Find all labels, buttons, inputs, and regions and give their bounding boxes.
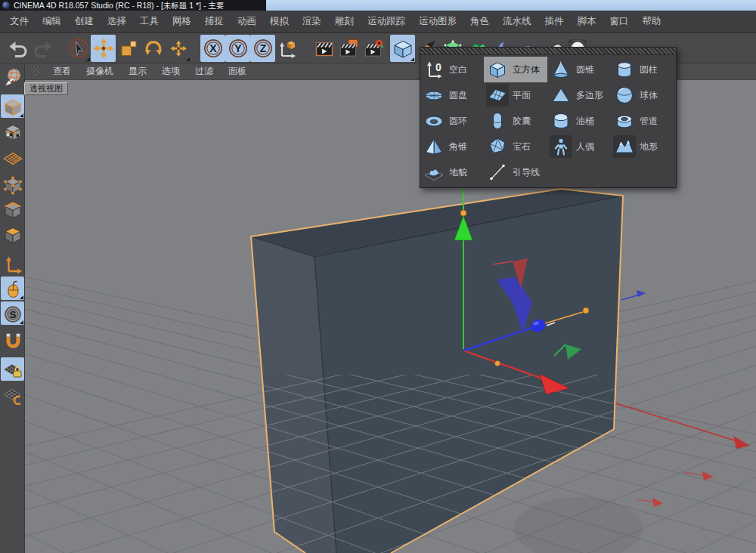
primitive-label: 多边形 bbox=[576, 89, 603, 102]
lock-workplane-button[interactable] bbox=[1, 357, 24, 381]
menu-item-12[interactable]: 运动图形 bbox=[412, 15, 463, 28]
primitive-polygon[interactable]: 多边形 bbox=[547, 82, 611, 108]
viewport-menu-item-2[interactable]: 显示 bbox=[121, 65, 154, 78]
lock-x-axis-button[interactable]: X bbox=[200, 35, 225, 62]
primitive-relief[interactable]: 地貌 bbox=[420, 159, 484, 185]
lock-z-axis-button[interactable]: Z bbox=[250, 35, 275, 62]
sphere-icon bbox=[613, 84, 636, 107]
menu-item-3[interactable]: 选择 bbox=[101, 15, 133, 28]
menu-item-7[interactable]: 动画 bbox=[231, 15, 263, 28]
render-to-picture-viewer-button[interactable] bbox=[336, 35, 361, 62]
workplane-grid-mode-button[interactable] bbox=[1, 382, 24, 406]
primitive-cylinder[interactable]: 圆柱 bbox=[611, 57, 674, 82]
menu-item-13[interactable]: 角色 bbox=[463, 15, 496, 28]
viewport-menu-item-5[interactable]: 面板 bbox=[221, 65, 254, 78]
viewport-menu-item-0[interactable]: 查看 bbox=[45, 65, 79, 78]
menu-item-15[interactable]: 插件 bbox=[538, 15, 571, 28]
texture-mode-button[interactable] bbox=[1, 119, 24, 143]
primitive-null[interactable]: 0空白 bbox=[420, 57, 484, 82]
menu-item-16[interactable]: 脚本 bbox=[571, 15, 603, 28]
menu-item-17[interactable]: 窗口 bbox=[603, 15, 636, 28]
make-editable-button[interactable] bbox=[1, 65, 24, 88]
cylinder-icon bbox=[613, 58, 636, 81]
add-cube-primitive-button[interactable] bbox=[390, 35, 415, 62]
render-settings-button[interactable] bbox=[361, 35, 386, 62]
gem-icon bbox=[486, 135, 509, 158]
menu-item-4[interactable]: 工具 bbox=[133, 15, 166, 28]
menu-item-11[interactable]: 运动跟踪 bbox=[361, 15, 412, 28]
menu-item-10[interactable]: 雕刻 bbox=[328, 15, 361, 28]
panel-tearoff-grip[interactable] bbox=[420, 48, 676, 55]
svg-text:0: 0 bbox=[435, 61, 442, 73]
primitive-capsule[interactable]: 胶囊 bbox=[484, 108, 547, 134]
viewport-menu-item-1[interactable]: 摄像机 bbox=[79, 65, 121, 78]
viewport-menu-item-4[interactable]: 过滤 bbox=[187, 65, 221, 78]
torus-icon bbox=[423, 110, 445, 132]
primitive-cone[interactable]: 圆锥 bbox=[547, 57, 611, 82]
viewport-menu-item-3[interactable]: 选项 bbox=[154, 65, 187, 78]
undo-button[interactable] bbox=[5, 35, 30, 62]
menu-item-1[interactable]: 编辑 bbox=[36, 15, 68, 28]
magnet-tool-button[interactable] bbox=[1, 329, 24, 353]
live-selection-button[interactable] bbox=[66, 35, 91, 62]
view-label: 透视视图 bbox=[24, 82, 68, 95]
rotate-tool-button[interactable] bbox=[141, 35, 166, 62]
primitives-dropdown-panel: 0空白立方体圆锥圆柱圆盘平面多边形球体圆环胶囊油桶管道角锥宝石人偶地形地貌引导线 bbox=[420, 47, 677, 188]
points-mode-button[interactable] bbox=[1, 172, 24, 196]
primitive-pyramid[interactable]: 角锥 bbox=[420, 134, 484, 159]
workplane-icon bbox=[2, 146, 23, 167]
menu-item-18[interactable]: 帮助 bbox=[636, 15, 668, 28]
primitive-gem[interactable]: 宝石 bbox=[484, 134, 547, 159]
move-icon bbox=[93, 38, 114, 59]
model-icon bbox=[2, 96, 23, 117]
redo-button[interactable] bbox=[30, 35, 55, 62]
render-box-icon bbox=[338, 38, 359, 59]
primitive-label: 地貌 bbox=[449, 166, 467, 179]
viewport-grip-icon[interactable] bbox=[29, 67, 40, 76]
primitive-landscape[interactable]: 地形 bbox=[611, 134, 674, 159]
render-view-button[interactable] bbox=[311, 35, 336, 62]
menu-item-5[interactable]: 网格 bbox=[166, 15, 198, 28]
menu-item-8[interactable]: 模拟 bbox=[263, 15, 296, 28]
null-icon: 0 bbox=[423, 58, 445, 81]
primitive-cube[interactable]: 立方体 bbox=[484, 57, 547, 82]
enable-axis-button[interactable] bbox=[1, 252, 24, 275]
workplane-tool-button[interactable] bbox=[1, 144, 24, 168]
title-bar: CINEMA 4D R18.057 Studio (RC - R18) - [未… bbox=[0, 0, 756, 11]
polygons-mode-button[interactable] bbox=[1, 222, 24, 246]
axis-letter-icon: Y bbox=[228, 38, 249, 59]
menu-item-14[interactable]: 流水线 bbox=[496, 15, 538, 28]
svg-text:Y: Y bbox=[234, 42, 242, 54]
scale-tool-button[interactable] bbox=[116, 35, 141, 62]
primitive-label: 胶囊 bbox=[513, 115, 531, 128]
menu-item-9[interactable]: 渲染 bbox=[296, 15, 328, 28]
coordinate-system-button[interactable] bbox=[275, 35, 300, 62]
viewport-navigation-button[interactable] bbox=[1, 276, 24, 300]
primitive-torus[interactable]: 圆环 bbox=[420, 108, 484, 134]
primitive-disc[interactable]: 圆盘 bbox=[420, 82, 484, 108]
menu-item-6[interactable]: 捕捉 bbox=[198, 15, 231, 28]
capsule-icon bbox=[486, 110, 509, 132]
primitive-label: 人偶 bbox=[576, 141, 594, 153]
menu-item-2[interactable]: 创建 bbox=[68, 15, 101, 28]
enable-snap-button[interactable]: S bbox=[1, 301, 24, 325]
lock-y-axis-button[interactable]: Y bbox=[225, 35, 250, 62]
edges-icon bbox=[2, 199, 23, 220]
move-tool-button[interactable] bbox=[91, 35, 116, 62]
primitive-plane[interactable]: 平面 bbox=[484, 82, 547, 108]
primitive-label: 地形 bbox=[640, 141, 658, 153]
primitive-tube[interactable]: 管道 bbox=[611, 108, 674, 134]
redo-icon bbox=[33, 38, 54, 59]
last-used-tool-move-button[interactable] bbox=[166, 35, 191, 62]
edges-mode-button[interactable] bbox=[1, 197, 24, 221]
primitive-oil-tank[interactable]: 油桶 bbox=[547, 108, 611, 134]
primitive-sphere[interactable]: 球体 bbox=[611, 82, 674, 108]
figure-icon bbox=[550, 135, 572, 158]
primitive-label: 管道 bbox=[640, 115, 658, 128]
primitive-label: 球体 bbox=[640, 89, 658, 102]
primitive-guide[interactable]: 引导线 bbox=[484, 159, 547, 185]
primitive-figure[interactable]: 人偶 bbox=[547, 134, 611, 159]
model-mode-button[interactable] bbox=[1, 94, 24, 118]
polygon-icon bbox=[550, 84, 572, 107]
menu-item-0[interactable]: 文件 bbox=[3, 15, 36, 28]
